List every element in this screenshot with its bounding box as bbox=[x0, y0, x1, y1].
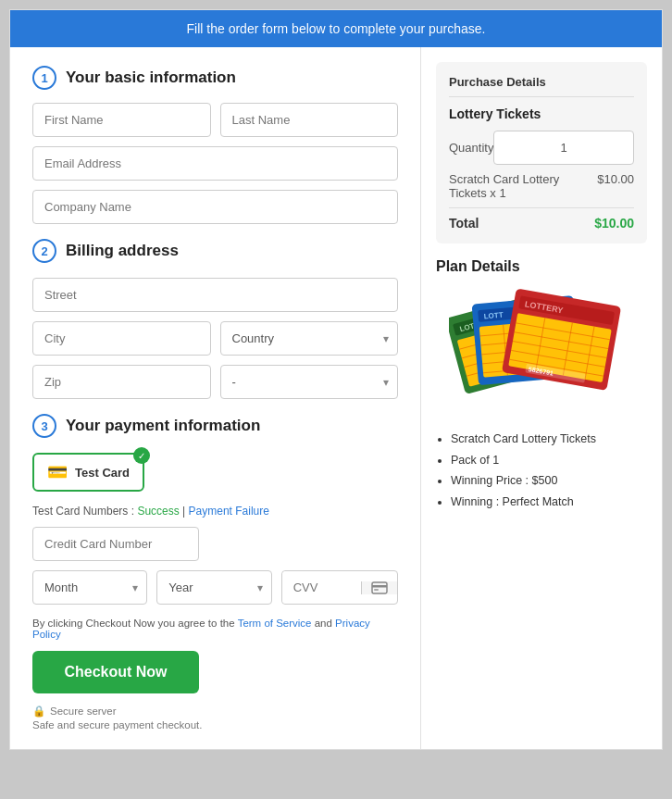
svg-text:LOTT: LOTT bbox=[483, 311, 504, 321]
total-row: Total $10.00 bbox=[449, 207, 634, 231]
price-row: Scratch Card Lottery Tickets x 1 $10.00 bbox=[449, 172, 634, 200]
right-panel: Purchase Details Lottery Tickets Quantit… bbox=[421, 47, 662, 749]
failure-link[interactable]: Payment Failure bbox=[189, 505, 269, 518]
card-label: Test Card bbox=[75, 466, 130, 480]
email-row bbox=[32, 146, 398, 181]
success-link[interactable]: Success bbox=[137, 505, 179, 518]
year-select[interactable]: Year 202420252026 2027202820292030 bbox=[156, 570, 271, 605]
basic-info-section-title: 1 Your basic information bbox=[32, 66, 398, 90]
billing-label: Billing address bbox=[66, 242, 179, 260]
country-select-wrapper: Country United States United Kingdom Can… bbox=[220, 321, 399, 356]
lottery-image: LOTT bbox=[436, 286, 647, 416]
email-group bbox=[32, 146, 398, 181]
state-select-wrapper: - bbox=[220, 365, 399, 399]
lock-icon: 🔒 bbox=[32, 705, 45, 718]
email-input[interactable] bbox=[32, 146, 398, 181]
company-input[interactable] bbox=[32, 190, 398, 224]
street-row bbox=[32, 278, 398, 312]
payment-label: Your payment information bbox=[66, 417, 260, 435]
payment-section-title: 3 Your payment information bbox=[32, 414, 398, 438]
billing-section-title: 2 Billing address bbox=[32, 239, 398, 263]
check-badge: ✓ bbox=[133, 447, 150, 464]
cvv-input[interactable] bbox=[282, 571, 361, 604]
cvv-card-icon bbox=[361, 581, 397, 594]
plan-details-title: Plan Details bbox=[436, 258, 647, 275]
purchase-details-title: Purchase Details bbox=[449, 75, 634, 97]
street-group bbox=[32, 278, 398, 312]
country-select[interactable]: Country United States United Kingdom Can… bbox=[220, 321, 399, 356]
plan-bullet: Winning Price : $500 bbox=[451, 470, 647, 492]
tos-link[interactable]: Term of Service bbox=[238, 618, 312, 629]
product-name: Lottery Tickets bbox=[449, 106, 634, 121]
plan-bullet: Pack of 1 bbox=[451, 450, 647, 471]
page-wrapper: Fill the order form below to complete yo… bbox=[9, 9, 663, 750]
main-content: 1 Your basic information bbox=[10, 47, 662, 749]
banner-text: Fill the order form below to complete yo… bbox=[187, 21, 486, 36]
top-banner: Fill the order form below to complete yo… bbox=[10, 10, 662, 47]
city-country-row: Country United States United Kingdom Can… bbox=[32, 321, 398, 356]
secure-info: 🔒 Secure server Safe and secure payment … bbox=[32, 705, 398, 730]
basic-info-label: Your basic information bbox=[66, 69, 236, 87]
svg-rect-1 bbox=[372, 585, 387, 588]
plan-details: Scratch Card Lottery TicketsPack of 1Win… bbox=[436, 429, 647, 512]
total-label: Total bbox=[449, 216, 479, 231]
year-select-wrapper: Year 202420252026 2027202820292030 bbox=[156, 570, 271, 605]
total-price: $10.00 bbox=[594, 216, 634, 231]
last-name-input[interactable] bbox=[220, 103, 399, 137]
name-row bbox=[32, 103, 398, 137]
test-card-info: Test Card Numbers : Success | Payment Fa… bbox=[32, 505, 398, 518]
city-input[interactable] bbox=[32, 321, 211, 356]
svg-rect-2 bbox=[374, 589, 379, 591]
month-select[interactable]: Month JanuaryFebruaryMarch AprilMayJune … bbox=[32, 570, 147, 605]
plan-section: Plan Details LOTT bbox=[436, 258, 647, 512]
first-name-group bbox=[32, 103, 211, 137]
svg-rect-0 bbox=[372, 582, 387, 593]
secure-label: Secure server bbox=[50, 705, 117, 717]
first-name-input[interactable] bbox=[32, 103, 211, 137]
company-row bbox=[32, 190, 398, 224]
quantity-label: Quantity bbox=[449, 141, 493, 155]
quantity-row: Quantity bbox=[449, 131, 634, 165]
cc-row bbox=[32, 527, 398, 561]
cc-input[interactable] bbox=[32, 527, 199, 561]
card-option[interactable]: 💳 Test Card ✓ bbox=[32, 453, 144, 492]
left-panel: 1 Your basic information bbox=[10, 47, 421, 749]
cc-group bbox=[32, 527, 398, 561]
secure-line: 🔒 Secure server bbox=[32, 705, 398, 718]
plan-bullet: Scratch Card Lottery Tickets bbox=[451, 429, 647, 450]
last-name-group bbox=[220, 103, 399, 137]
price-value: $10.00 bbox=[597, 172, 634, 200]
street-input[interactable] bbox=[32, 278, 398, 312]
test-card-prefix: Test Card Numbers : bbox=[32, 505, 134, 518]
terms-text: By clicking Checkout Now you agree to th… bbox=[32, 618, 398, 640]
cvv-wrapper bbox=[281, 570, 398, 605]
zip-group bbox=[32, 365, 211, 399]
state-select[interactable]: - bbox=[220, 365, 399, 399]
zip-input[interactable] bbox=[32, 365, 211, 399]
plan-bullets-list: Scratch Card Lottery TicketsPack of 1Win… bbox=[436, 429, 647, 512]
purchase-box: Purchase Details Lottery Tickets Quantit… bbox=[436, 62, 647, 243]
month-year-cvv-row: Month JanuaryFebruaryMarch AprilMayJune … bbox=[32, 570, 398, 605]
step-2-circle: 2 bbox=[32, 239, 56, 263]
description-label: Scratch Card Lottery Tickets x 1 bbox=[449, 172, 597, 200]
zip-state-row: - bbox=[32, 365, 398, 399]
quantity-input[interactable] bbox=[493, 131, 634, 165]
step-3-circle: 3 bbox=[32, 414, 56, 438]
city-group bbox=[32, 321, 211, 356]
credit-card-icon: 💳 bbox=[47, 462, 68, 482]
step-1-circle: 1 bbox=[32, 66, 56, 90]
plan-bullet: Winning : Perfect Match bbox=[451, 492, 647, 513]
secure-sub: Safe and secure payment checkout. bbox=[32, 719, 202, 730]
company-group bbox=[32, 190, 398, 224]
month-select-wrapper: Month JanuaryFebruaryMarch AprilMayJune … bbox=[32, 570, 147, 605]
checkout-button[interactable]: Checkout Now bbox=[32, 651, 199, 693]
